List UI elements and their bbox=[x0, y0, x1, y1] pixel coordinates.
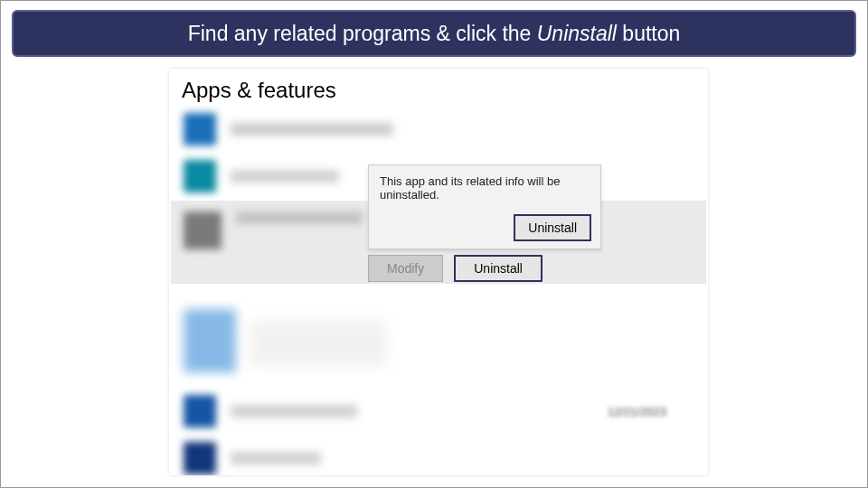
app-row[interactable] bbox=[171, 107, 706, 152]
apps-features-panel: Apps & features Modify Uninstall This ap… bbox=[169, 69, 708, 475]
app-icon bbox=[184, 211, 222, 249]
app-name-blurred bbox=[236, 211, 363, 224]
app-icon bbox=[184, 113, 216, 145]
app-name-blurred bbox=[250, 321, 386, 366]
app-icon bbox=[184, 309, 236, 372]
app-action-buttons: Modify Uninstall bbox=[368, 255, 542, 282]
instruction-slide: Find any related programs & click the Un… bbox=[0, 0, 868, 488]
app-name-blurred bbox=[231, 452, 321, 465]
uninstall-button[interactable]: Uninstall bbox=[454, 255, 542, 282]
uninstall-confirm-button[interactable]: Uninstall bbox=[514, 214, 591, 241]
install-date: 12/21/2023 bbox=[608, 405, 666, 418]
app-name-blurred bbox=[231, 405, 357, 418]
app-row[interactable] bbox=[171, 436, 706, 475]
app-icon bbox=[184, 442, 216, 474]
app-row[interactable] bbox=[171, 296, 706, 378]
app-name-blurred bbox=[231, 170, 339, 183]
banner-text: Find any related programs & click the Un… bbox=[188, 22, 681, 46]
uninstall-confirm-flyout: This app and its related info will be un… bbox=[368, 164, 601, 249]
app-icon bbox=[184, 395, 216, 427]
app-name-blurred bbox=[231, 123, 393, 136]
modify-button[interactable]: Modify bbox=[368, 255, 443, 282]
app-icon bbox=[184, 160, 216, 192]
page-title: Apps & features bbox=[182, 78, 336, 103]
flyout-message: This app and its related info will be un… bbox=[380, 174, 590, 202]
instruction-banner: Find any related programs & click the Un… bbox=[12, 10, 856, 57]
app-row[interactable]: 12/21/2023 bbox=[171, 389, 706, 434]
